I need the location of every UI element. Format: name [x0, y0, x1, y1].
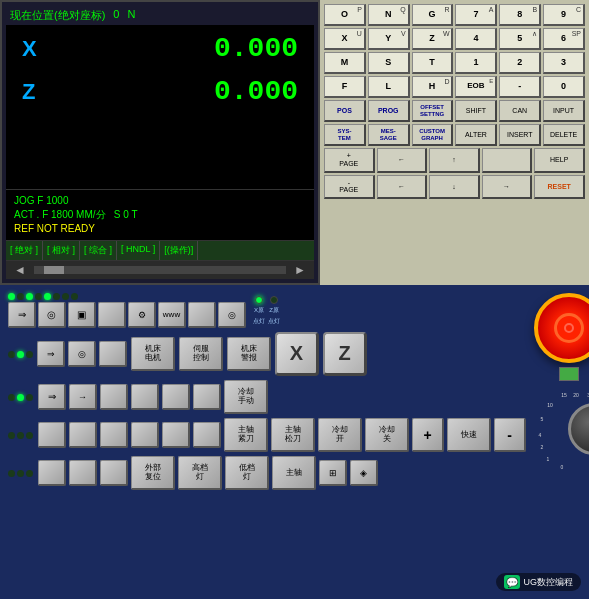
- key-4[interactable]: 4: [455, 28, 497, 50]
- scroll-left[interactable]: ◄: [10, 263, 30, 277]
- key-MESSAGE[interactable]: MES-SAGE: [368, 124, 410, 146]
- btn-minus[interactable]: -: [494, 418, 526, 452]
- btn-r4-4[interactable]: [131, 422, 159, 448]
- btn-r2-2[interactable]: ◎: [68, 341, 96, 367]
- key-T[interactable]: T: [412, 52, 454, 74]
- key-5[interactable]: ∧5: [499, 28, 541, 50]
- key-7[interactable]: A7: [455, 4, 497, 26]
- btn-r4-5[interactable]: [162, 422, 190, 448]
- btn-external-reset[interactable]: 外部复位: [131, 456, 175, 490]
- key-CAN[interactable]: CAN: [499, 100, 541, 122]
- btn-r4-6[interactable]: [193, 422, 221, 448]
- btn-axis-Z[interactable]: Z: [323, 332, 367, 376]
- btn-feed-gear[interactable]: ⚙: [128, 302, 156, 328]
- key-down[interactable]: ↓: [429, 175, 480, 199]
- scroll-right[interactable]: ►: [290, 263, 310, 277]
- btn-spindle-main[interactable]: 主轴: [272, 456, 316, 490]
- btn-low-light[interactable]: 低档灯: [225, 456, 269, 490]
- key-page-down[interactable]: -PAGE: [324, 175, 375, 199]
- btn-high-light[interactable]: 高档灯: [178, 456, 222, 490]
- btn-plus[interactable]: +: [412, 418, 444, 452]
- btn-feed-right[interactable]: ⇒: [8, 302, 36, 328]
- btn-spindle-rev[interactable]: 主轴松刀: [271, 418, 315, 452]
- scroll-bar: ◄ ►: [6, 260, 314, 279]
- tab-absolute[interactable]: [ 绝对 ]: [6, 241, 43, 260]
- btn-r3-3[interactable]: [100, 384, 128, 410]
- key-H[interactable]: DH: [412, 76, 454, 98]
- key-X[interactable]: UX: [324, 28, 366, 50]
- x-origin-led: [255, 296, 263, 304]
- key-RESET[interactable]: RESET: [534, 175, 585, 199]
- key-INSERT[interactable]: INSERT: [499, 124, 541, 146]
- tab-combined[interactable]: [ 综合 ]: [80, 241, 117, 260]
- btn-r3-2[interactable]: →: [69, 384, 97, 410]
- btn-r5-icon2[interactable]: ◈: [350, 460, 378, 486]
- key-up[interactable]: ↑: [429, 148, 480, 172]
- key-0[interactable]: 0: [543, 76, 585, 98]
- key-M[interactable]: M: [324, 52, 366, 74]
- btn-feed-7[interactable]: [188, 302, 216, 328]
- btn-r5-3[interactable]: [100, 460, 128, 486]
- key-left[interactable]: ←: [377, 148, 428, 172]
- btn-r2-1[interactable]: ⇒: [37, 341, 65, 367]
- btn-r3-arrow[interactable]: ⇒: [38, 384, 66, 410]
- estop-button[interactable]: [534, 293, 589, 363]
- key-Z[interactable]: WZ: [412, 28, 454, 50]
- btn-feed-www[interactable]: www: [158, 302, 186, 328]
- key-9[interactable]: C9: [543, 4, 585, 26]
- btn-r4-1[interactable]: [38, 422, 66, 448]
- key-page-up[interactable]: +PAGE: [324, 148, 375, 172]
- key-HELP[interactable]: HELP: [534, 148, 585, 172]
- key-3[interactable]: 3: [543, 52, 585, 74]
- key-left2[interactable]: ←: [377, 175, 428, 199]
- key-OFFSET[interactable]: OFFSETSETTNG: [412, 100, 454, 122]
- key-F[interactable]: F: [324, 76, 366, 98]
- key-6[interactable]: SP6: [543, 28, 585, 50]
- key-right[interactable]: →: [482, 175, 533, 199]
- key-CUSTOM[interactable]: CUSTOMGRAPH: [412, 124, 454, 146]
- btn-fault-control[interactable]: 伺服控制: [179, 337, 223, 371]
- btn-coolant-manual[interactable]: 冷却手动: [224, 380, 268, 414]
- btn-r2-box[interactable]: [99, 341, 127, 367]
- btn-axis-X[interactable]: X: [275, 332, 319, 376]
- key-SHIFT[interactable]: SHIFT: [455, 100, 497, 122]
- key-2[interactable]: 2: [499, 52, 541, 74]
- tab-operation[interactable]: [(操作)]: [160, 241, 198, 260]
- btn-machine-alarm[interactable]: 机床警报: [227, 337, 271, 371]
- btn-rapid[interactable]: 快速: [447, 418, 491, 452]
- tab-relative[interactable]: [ 相对 ]: [43, 241, 80, 260]
- btn-machine-motor[interactable]: 机床电机: [131, 337, 175, 371]
- btn-r5-1[interactable]: [38, 460, 66, 486]
- btn-coolant-on[interactable]: 冷却开: [318, 418, 362, 452]
- btn-r5-2[interactable]: [69, 460, 97, 486]
- key-8[interactable]: B8: [499, 4, 541, 26]
- btn-feed-4[interactable]: [98, 302, 126, 328]
- btn-spindle-fwd[interactable]: 主轴紧刀: [224, 418, 268, 452]
- key-SYSTEM[interactable]: SYS-TEM: [324, 124, 366, 146]
- btn-r4-3[interactable]: [100, 422, 128, 448]
- btn-r3-6[interactable]: [193, 384, 221, 410]
- key-DELETE[interactable]: DELETE: [543, 124, 585, 146]
- btn-feed-circle[interactable]: ◎: [38, 302, 66, 328]
- key-G[interactable]: RG: [412, 4, 454, 26]
- key-ALTER[interactable]: ALTER: [455, 124, 497, 146]
- btn-coolant-off[interactable]: 冷却关: [365, 418, 409, 452]
- btn-r3-5[interactable]: [162, 384, 190, 410]
- key-Y[interactable]: VY: [368, 28, 410, 50]
- btn-r3-4[interactable]: [131, 384, 159, 410]
- tab-hndl[interactable]: [ HNDL ]: [117, 241, 160, 260]
- btn-r5-icon1[interactable]: ⊞: [319, 460, 347, 486]
- key-POS[interactable]: POS: [324, 100, 366, 122]
- key-minus[interactable]: -: [499, 76, 541, 98]
- key-S[interactable]: S: [368, 52, 410, 74]
- key-PROG[interactable]: PROG: [368, 100, 410, 122]
- key-L[interactable]: L: [368, 76, 410, 98]
- key-INPUT[interactable]: INPUT: [543, 100, 585, 122]
- btn-r4-2[interactable]: [69, 422, 97, 448]
- key-N[interactable]: QN: [368, 4, 410, 26]
- key-O[interactable]: PO: [324, 4, 366, 26]
- btn-feed-8[interactable]: ◎: [218, 302, 246, 328]
- key-1[interactable]: 1: [455, 52, 497, 74]
- key-EOB[interactable]: EEOB: [455, 76, 497, 98]
- btn-feed-box[interactable]: ▣: [68, 302, 96, 328]
